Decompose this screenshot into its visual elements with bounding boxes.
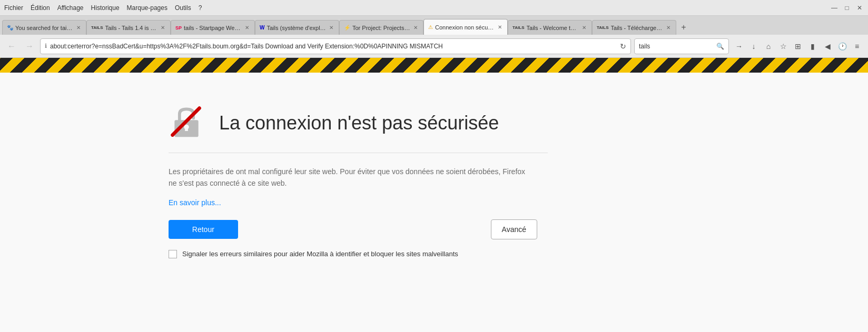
tab-3-close[interactable]: ✕ [244, 25, 250, 31]
menu-fichier[interactable]: Fichier [4, 4, 23, 12]
nav-arrow-right[interactable]: → [732, 39, 746, 53]
forward-button[interactable]: → [22, 39, 37, 54]
tab-1-favicon: 🐾 [7, 25, 13, 31]
tab-8-favicon: TAILS [597, 25, 609, 30]
svg-rect-2 [185, 127, 188, 131]
menu-historique[interactable]: Historique [91, 4, 120, 12]
tab-4-favicon: W [260, 25, 264, 31]
url-bar[interactable]: ℹ about:certerror?e=nssBadCert&u=https%3… [40, 38, 631, 54]
menu-help[interactable]: ? [199, 4, 202, 12]
shield-icon[interactable]: ▮ [806, 39, 820, 53]
tab-1[interactable]: 🐾 You searched for tails - ... ✕ [2, 20, 86, 35]
back-button[interactable]: ← [4, 39, 19, 54]
tab-2[interactable]: TAILS Tails - Tails 1.4 is out ✕ [86, 20, 171, 35]
tab-4-label: Tails (système d'exploita... [267, 25, 326, 31]
tab-3-favicon: SP [175, 25, 182, 31]
error-container: La connexion n'est pas sécurisée Les pro… [169, 104, 548, 258]
tab-1-label: You searched for tails - ... [15, 25, 73, 31]
clock-icon[interactable]: 🕐 [835, 39, 849, 53]
url-security-icon: ℹ [45, 43, 47, 49]
tab-7-label: Tails - Welcome to the ... [527, 25, 579, 31]
back-nav-icon[interactable]: ◀ [821, 39, 834, 53]
retour-button[interactable]: Retour [169, 220, 238, 239]
tab-6-label: Connexion non sécurisée [435, 24, 495, 31]
tab-6[interactable]: ⚠ Connexion non sécurisée ✕ [423, 19, 508, 35]
tab-1-close[interactable]: ✕ [75, 25, 82, 31]
titlebar: Fichier Édition Affichage Historique Mar… [0, 0, 868, 16]
nav-icons: → ↓ ⌂ ☆ ⊞ ▮ ◀ 🕐 ≡ [732, 39, 864, 53]
menu-affichage[interactable]: Affichage [57, 4, 84, 12]
tab-3[interactable]: SP tails - Startpage Web Re... ✕ [171, 20, 255, 35]
avance-button[interactable]: Avancé [491, 219, 537, 239]
tab-6-close[interactable]: ✕ [497, 24, 503, 30]
error-title: La connexion n'est pas sécurisée [219, 112, 499, 134]
tab-7-favicon: TAILS [512, 25, 525, 30]
titlebar-controls: — □ ✕ [830, 4, 864, 12]
report-errors-checkbox[interactable] [169, 250, 177, 258]
home-icon[interactable]: ⌂ [762, 39, 775, 53]
menu-outils[interactable]: Outils [175, 4, 191, 12]
menu-edition[interactable]: Édition [31, 4, 50, 12]
lock-icon-wrapper [169, 104, 206, 142]
new-tab-button[interactable]: + [676, 20, 691, 35]
search-icon: 🔍 [716, 43, 724, 50]
download-icon[interactable]: ↓ [747, 39, 761, 53]
tab-2-close[interactable]: ✕ [160, 25, 166, 31]
tab-8-close[interactable]: ✕ [665, 25, 672, 31]
tab-4[interactable]: W Tails (système d'exploita... ✕ [255, 20, 339, 35]
error-description: Les propriétaires de ont mal configuré l… [169, 166, 527, 189]
tab-5-label: Tor Project: Projects Ov... [352, 25, 410, 31]
search-bar[interactable]: tails 🔍 [634, 38, 729, 54]
url-text: about:certerror?e=nssBadCert&u=https%3A%… [50, 43, 443, 50]
maximize-button[interactable]: □ [843, 4, 851, 12]
tabbar: 🐾 You searched for tails - ... ✕ TAILS T… [0, 16, 868, 35]
titlebar-left: Fichier Édition Affichage Historique Mar… [4, 4, 202, 12]
tab-4-close[interactable]: ✕ [328, 25, 334, 31]
close-button[interactable]: ✕ [855, 4, 864, 12]
tab-6-favicon: ⚠ [428, 24, 433, 30]
tab-5[interactable]: ⚡ Tor Project: Projects Ov... ✕ [339, 20, 423, 35]
tab-2-favicon: TAILS [91, 25, 103, 30]
broken-lock-icon [169, 104, 204, 140]
warning-stripe [0, 58, 868, 73]
search-value: tails [639, 43, 714, 50]
refresh-button[interactable]: ↻ [620, 42, 626, 51]
tab-5-favicon: ⚡ [344, 25, 350, 31]
checkbox-label: Signaler les erreurs similaires pour aid… [182, 250, 458, 258]
tab-8[interactable]: TAILS Tails - Télécharger et vé... ✕ [592, 20, 676, 35]
tab-5-close[interactable]: ✕ [412, 25, 419, 31]
checkbox-row: Signaler les erreurs similaires pour aid… [169, 250, 548, 258]
titlebar-menu: Fichier Édition Affichage Historique Mar… [4, 4, 202, 12]
tab-7[interactable]: TAILS Tails - Welcome to the ... ✕ [508, 20, 592, 35]
learn-more-link[interactable]: En savoir plus... [169, 198, 221, 207]
tab-2-label: Tails - Tails 1.4 is out [105, 25, 157, 31]
menu-button[interactable]: ≡ [850, 39, 864, 53]
menu-marque-pages[interactable]: Marque-pages [127, 4, 167, 12]
bookmark-folder-icon[interactable]: ⊞ [791, 39, 805, 53]
button-area: Retour Avancé [169, 219, 537, 239]
error-header: La connexion n'est pas sécurisée [169, 104, 548, 153]
tab-3-label: tails - Startpage Web Re... [184, 25, 242, 31]
minimize-button[interactable]: — [830, 4, 839, 12]
tab-7-close[interactable]: ✕ [581, 25, 587, 31]
tab-8-label: Tails - Télécharger et vé... [611, 25, 663, 31]
main-content: La connexion n'est pas sécurisée Les pro… [0, 73, 868, 332]
bookmark-icon[interactable]: ☆ [776, 39, 790, 53]
navbar: ← → ℹ about:certerror?e=nssBadCert&u=htt… [0, 35, 868, 58]
